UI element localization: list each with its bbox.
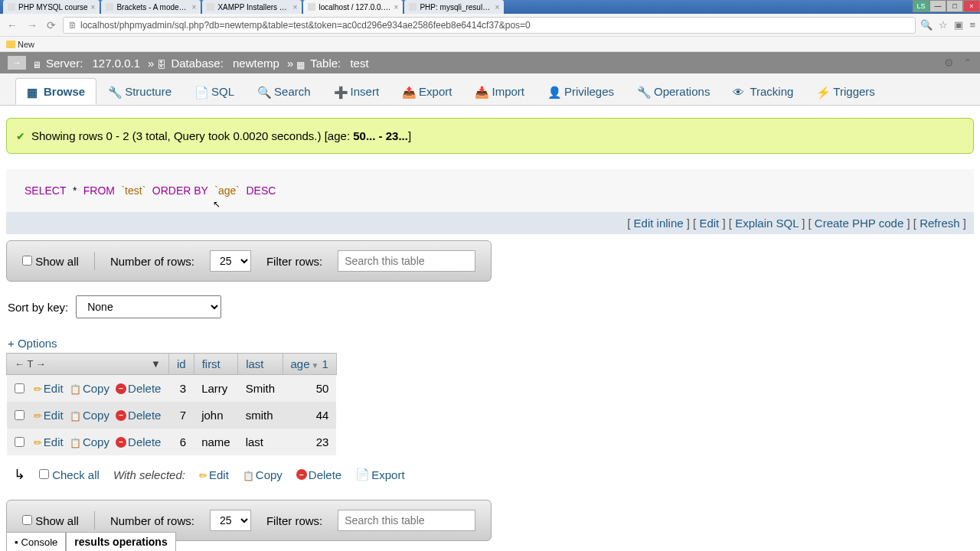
num-rows-select[interactable]: 25 bbox=[210, 250, 251, 272]
row-edit-link[interactable]: Edit bbox=[34, 382, 64, 395]
triggers-icon: ⚡ bbox=[816, 86, 828, 98]
zoom-icon[interactable]: 🔍 bbox=[920, 19, 933, 31]
row-copy-link[interactable]: Copy bbox=[70, 435, 109, 448]
tab-insert[interactable]: ➕Insert bbox=[322, 78, 391, 105]
explain-sql-link[interactable]: Explain SQL bbox=[735, 217, 799, 230]
import-icon: 📥 bbox=[475, 86, 487, 98]
delete-icon: − bbox=[116, 410, 126, 421]
address-bar[interactable]: 🗎 localhost/phpmyadmin/sql.php?db=newtem… bbox=[63, 17, 916, 34]
results-operations-tab[interactable]: results operations bbox=[66, 532, 175, 551]
tab-close-icon[interactable]: × bbox=[91, 3, 96, 11]
tab-search[interactable]: 🔍Search bbox=[246, 78, 322, 105]
bulk-copy-link[interactable]: Copy bbox=[243, 468, 283, 481]
tracking-icon: 👁 bbox=[733, 86, 745, 98]
cell-age: 44 bbox=[283, 402, 336, 429]
column-header-last[interactable]: last bbox=[238, 354, 283, 375]
collapse-icon[interactable]: ⌃ bbox=[963, 57, 972, 69]
success-message: ✔ Showing rows 0 - 2 (3 total, Query too… bbox=[6, 118, 974, 154]
row-copy-link[interactable]: Copy bbox=[70, 409, 109, 422]
star-icon[interactable]: ☆ bbox=[939, 19, 948, 31]
browser-tab[interactable]: PHP: mysqli_result::fetch_a× bbox=[404, 0, 504, 14]
show-all-checkbox[interactable] bbox=[22, 256, 32, 266]
folder-icon bbox=[6, 41, 15, 48]
tab-operations[interactable]: 🔧Operations bbox=[626, 78, 721, 105]
tab-import[interactable]: 📥Import bbox=[463, 78, 536, 105]
delete-icon: − bbox=[116, 437, 126, 448]
forward-button[interactable]: → bbox=[24, 19, 40, 31]
panel-toggle[interactable]: → bbox=[8, 56, 26, 70]
browser-tab[interactable]: XAMPP Installers and Downl× bbox=[202, 0, 302, 14]
bulk-export-link[interactable]: 📄Export bbox=[355, 468, 404, 481]
row-edit-link[interactable]: Edit bbox=[34, 435, 64, 448]
sort-by-key-select[interactable]: None bbox=[76, 295, 221, 318]
row-copy-link[interactable]: Copy bbox=[70, 382, 109, 395]
row-delete-link[interactable]: −Delete bbox=[116, 382, 161, 395]
sql-icon: 📄 bbox=[194, 86, 207, 98]
window-close-button[interactable]: × bbox=[963, 0, 980, 12]
row-delete-link[interactable]: −Delete bbox=[116, 409, 161, 422]
export-icon: 📤 bbox=[402, 86, 414, 98]
filter-rows-input-bottom[interactable] bbox=[338, 510, 475, 531]
column-header-id[interactable]: id bbox=[168, 354, 194, 375]
delete-icon: − bbox=[296, 469, 307, 480]
show-all-checkbox-bottom[interactable] bbox=[22, 515, 32, 525]
tab-close-icon[interactable]: × bbox=[192, 3, 197, 11]
browser-tab[interactable]: Brackets - A modern, open s× bbox=[101, 0, 201, 14]
tab-privileges[interactable]: 👤Privileges bbox=[536, 78, 626, 105]
copy-icon bbox=[243, 468, 254, 481]
cell-first: Larry bbox=[194, 375, 238, 403]
row-checkbox[interactable] bbox=[15, 410, 24, 420]
row-checkbox[interactable] bbox=[15, 437, 24, 447]
tab-close-icon[interactable]: × bbox=[293, 3, 298, 11]
settings-icon[interactable]: ⚙ bbox=[944, 57, 954, 69]
browser-nav-bar: ← → ⟳ 🗎 localhost/phpmyadmin/sql.php?db=… bbox=[0, 14, 980, 37]
filter-rows-input[interactable] bbox=[338, 250, 475, 272]
breadcrumb-database[interactable]: Database: newtemp bbox=[157, 57, 279, 70]
create-php-link[interactable]: Create PHP code bbox=[815, 217, 903, 230]
refresh-link[interactable]: Refresh bbox=[920, 217, 960, 230]
privileges-icon: 👤 bbox=[547, 86, 560, 98]
extension-icon[interactable]: ▣ bbox=[954, 19, 963, 31]
console-tab[interactable]: ▪Console bbox=[6, 532, 66, 551]
row-edit-link[interactable]: Edit bbox=[34, 409, 64, 422]
breadcrumb-server[interactable]: Server: 127.0.0.1 bbox=[32, 57, 140, 70]
browser-tab[interactable]: PHP MYSQL course× bbox=[3, 0, 100, 14]
browser-tab-bar: PHP MYSQL course× Brackets - A modern, o… bbox=[0, 0, 980, 14]
tab-export[interactable]: 📤Export bbox=[390, 78, 463, 105]
tab-close-icon[interactable]: × bbox=[495, 3, 500, 11]
window-ls-button[interactable]: LS bbox=[913, 0, 929, 12]
row-delete-link[interactable]: −Delete bbox=[116, 435, 161, 448]
options-toggle-link[interactable]: + Options bbox=[6, 337, 57, 350]
back-button[interactable]: ← bbox=[5, 19, 20, 31]
tab-close-icon[interactable]: × bbox=[394, 3, 399, 11]
cell-id: 6 bbox=[168, 429, 194, 455]
edit-link[interactable]: Edit bbox=[699, 217, 719, 230]
column-header-age[interactable]: age▼ 1 bbox=[283, 354, 336, 375]
check-all-checkbox[interactable] bbox=[39, 469, 49, 479]
filter-rows-label: Filter rows: bbox=[266, 255, 322, 268]
breadcrumb-table[interactable]: Table: test bbox=[296, 57, 368, 70]
bulk-edit-link[interactable]: Edit bbox=[199, 468, 229, 481]
tab-structure[interactable]: 🔧Structure bbox=[96, 78, 183, 105]
num-rows-select-bottom[interactable]: 25 bbox=[210, 510, 251, 531]
window-maximize-button[interactable]: □ bbox=[946, 0, 963, 12]
tab-browse[interactable]: ▦Browse bbox=[15, 78, 96, 105]
bookmark-folder[interactable]: New bbox=[6, 40, 34, 49]
tab-tracking[interactable]: 👁Tracking bbox=[721, 78, 805, 105]
copy-icon bbox=[70, 382, 81, 395]
tab-sql[interactable]: 📄SQL bbox=[183, 78, 246, 105]
edit-inline-link[interactable]: Edit inline bbox=[634, 217, 684, 230]
tab-triggers[interactable]: ⚡Triggers bbox=[805, 78, 886, 105]
row-checkbox[interactable] bbox=[15, 383, 24, 393]
cell-last: Smith bbox=[238, 375, 283, 403]
column-header-first[interactable]: first bbox=[194, 354, 238, 375]
reload-button[interactable]: ⟳ bbox=[44, 19, 58, 31]
row-header-controls: ← T → ▼ bbox=[7, 354, 169, 375]
bulk-delete-link[interactable]: −Delete bbox=[296, 468, 341, 481]
browser-tab-active[interactable]: localhost / 127.0.0.1 / newt× bbox=[303, 0, 403, 14]
window-minimize-button[interactable]: — bbox=[929, 0, 946, 12]
menu-icon[interactable]: ≡ bbox=[969, 19, 975, 31]
cell-id: 7 bbox=[168, 402, 194, 429]
results-table: ← T → ▼ id first last age▼ 1 Edit Copy −… bbox=[6, 353, 337, 455]
table-row: Edit Copy −Delete 3 Larry Smith 50 bbox=[7, 375, 337, 403]
